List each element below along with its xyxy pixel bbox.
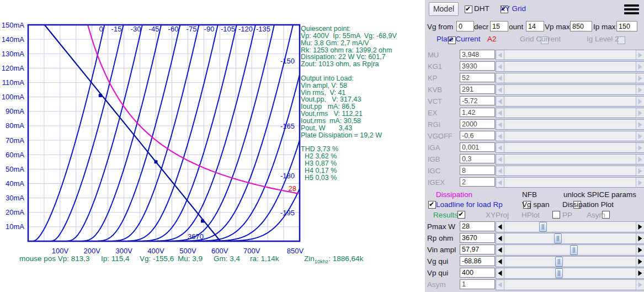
slider-right-arrow[interactable] [636, 178, 644, 187]
param-input-IGB[interactable] [460, 154, 495, 163]
slider-right-arrow[interactable] [636, 108, 644, 118]
slider-Pmax W[interactable] [496, 221, 644, 232]
slider-input-Vg qui[interactable] [460, 256, 495, 266]
slider-right-arrow[interactable] [636, 155, 644, 164]
param-input-KVB[interactable] [460, 84, 495, 94]
dht-checkbox[interactable] [465, 6, 472, 13]
slider-input-Asym[interactable] [460, 279, 495, 289]
param-slider-EX[interactable] [496, 108, 644, 118]
param-slider-IGB[interactable] [496, 154, 644, 164]
slider-right-arrow[interactable] [636, 85, 644, 94]
slider-right-arrow[interactable] [636, 131, 644, 141]
slider-track[interactable] [504, 108, 636, 118]
slider-track[interactable] [504, 222, 636, 232]
slider-left-arrow[interactable] [496, 108, 504, 118]
slider-thumb[interactable] [539, 222, 547, 232]
slider-right-arrow[interactable] [636, 257, 644, 267]
param-slider-VCT[interactable] [496, 96, 644, 107]
loadline-checkbox[interactable] [457, 211, 465, 219]
slider-track[interactable] [504, 50, 636, 60]
slider-right-arrow[interactable] [636, 62, 644, 71]
slider-input-Vin ampl[interactable] [460, 245, 495, 254]
slider-Asym[interactable] [496, 279, 644, 290]
slider-left-arrow[interactable] [496, 97, 504, 106]
slider-input-Rp ohm[interactable] [460, 233, 495, 243]
slider-Vp qui[interactable] [496, 268, 644, 279]
slider-track[interactable] [504, 85, 636, 94]
vg-span-checkbox[interactable] [552, 211, 560, 219]
param-input-RGI[interactable] [460, 119, 495, 129]
slider-thumb[interactable] [555, 257, 563, 267]
param-input-IGEX[interactable] [460, 177, 495, 187]
param-input-KP[interactable] [460, 73, 495, 82]
slider-track[interactable] [504, 245, 636, 255]
count-input[interactable] [526, 21, 544, 31]
param-input-KG1[interactable] [460, 61, 495, 71]
param-input-IGA[interactable] [460, 142, 495, 152]
hamburger-menu-icon[interactable] [624, 4, 639, 16]
slider-thumb[interactable] [554, 233, 562, 243]
param-input-MU[interactable] [460, 50, 495, 59]
param-slider-IGA[interactable] [496, 142, 644, 153]
slider-track[interactable] [504, 97, 636, 106]
plot-area[interactable] [28, 25, 300, 241]
slider-left-arrow[interactable] [496, 280, 504, 290]
param-slider-RGI[interactable] [496, 119, 644, 130]
slider-track[interactable] [504, 155, 636, 164]
model-button[interactable]: Model [429, 2, 459, 16]
slider-track[interactable] [504, 131, 636, 141]
vp-max-input[interactable] [570, 21, 592, 31]
slider-left-arrow[interactable] [496, 155, 504, 164]
dissipation-checkbox[interactable] [428, 201, 436, 209]
slider-left-arrow[interactable] [496, 73, 504, 83]
vg-from-input[interactable] [456, 21, 474, 31]
slider-track[interactable] [504, 178, 636, 187]
slider-input-Pmax W[interactable] [460, 221, 495, 231]
slider-Rp ohm[interactable] [496, 233, 644, 244]
slider-right-arrow[interactable] [636, 143, 644, 152]
slider-Vin ampl[interactable] [496, 245, 644, 256]
param-input-EX[interactable] [460, 108, 495, 117]
slider-track[interactable] [504, 257, 636, 267]
slider-left-arrow[interactable] [496, 120, 504, 129]
slider-left-arrow[interactable] [496, 245, 504, 255]
slider-right-arrow[interactable] [636, 245, 644, 255]
slider-track[interactable] [504, 280, 636, 290]
slider-left-arrow[interactable] [496, 85, 504, 94]
param-slider-IGC[interactable] [496, 166, 644, 176]
param-input-IGC[interactable] [460, 166, 495, 175]
slider-right-arrow[interactable] [636, 268, 644, 278]
slider-track[interactable] [504, 166, 636, 176]
param-slider-KP[interactable] [496, 73, 644, 83]
slider-left-arrow[interactable] [496, 178, 504, 187]
slider-thumb[interactable] [570, 245, 578, 255]
slider-right-arrow[interactable] [636, 97, 644, 106]
slider-Vg qui[interactable] [496, 256, 644, 267]
param-slider-KVB[interactable] [496, 84, 644, 95]
slider-left-arrow[interactable] [496, 257, 504, 267]
slider-left-arrow[interactable] [496, 50, 504, 60]
slider-left-arrow[interactable] [496, 166, 504, 176]
slider-track[interactable] [504, 268, 636, 278]
param-slider-IGEX[interactable] [496, 177, 644, 188]
slider-right-arrow[interactable] [636, 280, 644, 290]
slider-left-arrow[interactable] [496, 143, 504, 152]
slider-left-arrow[interactable] [496, 62, 504, 71]
slider-track[interactable] [504, 120, 636, 129]
param-slider-VGOFF[interactable] [496, 131, 644, 141]
slider-right-arrow[interactable] [636, 166, 644, 176]
slider-thumb[interactable] [555, 268, 563, 278]
slider-right-arrow[interactable] [636, 120, 644, 129]
slider-left-arrow[interactable] [496, 233, 504, 243]
slider-left-arrow[interactable] [496, 131, 504, 141]
param-slider-KG1[interactable] [496, 61, 644, 72]
slider-right-arrow[interactable] [636, 73, 644, 83]
param-input-VCT[interactable] [460, 96, 495, 105]
decr-input[interactable] [490, 21, 508, 31]
slider-input-Vp qui[interactable] [460, 268, 495, 278]
slider-track[interactable] [504, 62, 636, 71]
slider-right-arrow[interactable] [636, 222, 644, 232]
param-slider-MU[interactable] [496, 50, 644, 60]
slider-track[interactable] [504, 73, 636, 83]
slider-right-arrow[interactable] [636, 50, 644, 60]
